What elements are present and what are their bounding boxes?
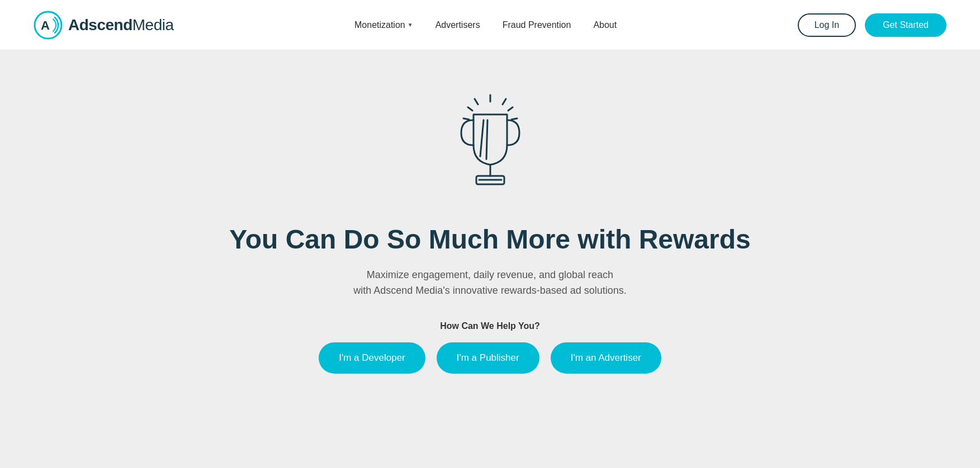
btn-developer[interactable]: I'm a Developer [319, 342, 425, 374]
svg-line-7 [512, 118, 517, 120]
trophy-icon [434, 84, 546, 207]
nav-item-about[interactable]: About [593, 20, 617, 30]
hero-section: You Can Do So Much More with Rewards Max… [0, 50, 980, 468]
hero-subtitle: Maximize engagement, daily revenue, and … [353, 267, 627, 299]
main-nav: Monetization ▼ Advertisers Fraud Prevent… [354, 20, 617, 30]
hero-buttons: I'm a Developer I'm a Publisher I'm an A… [319, 342, 661, 374]
nav-actions: Log In Get Started [798, 13, 946, 37]
login-button[interactable]: Log In [798, 13, 856, 37]
nav-item-monetization[interactable]: Monetization ▼ [354, 20, 413, 30]
logo-icon: A [34, 11, 63, 40]
nav-item-fraud-prevention[interactable]: Fraud Prevention [503, 20, 571, 30]
svg-line-9 [480, 120, 484, 156]
btn-advertiser[interactable]: I'm an Advertiser [551, 342, 661, 374]
svg-text:A: A [41, 18, 50, 32]
chevron-down-icon: ▼ [408, 22, 413, 28]
site-header: A AdscendMedia Monetization ▼ Advertiser… [0, 0, 980, 50]
get-started-button[interactable]: Get Started [865, 13, 946, 37]
hero-title: You Can Do So Much More with Rewards [229, 223, 751, 256]
svg-line-4 [475, 99, 478, 104]
svg-line-3 [503, 99, 506, 104]
hero-cta-label: How Can We Help You? [440, 321, 540, 331]
svg-line-10 [486, 120, 487, 159]
svg-line-5 [508, 107, 513, 111]
btn-publisher[interactable]: I'm a Publisher [437, 342, 539, 374]
logo-text: AdscendMedia [68, 16, 174, 34]
svg-line-6 [468, 107, 472, 111]
logo[interactable]: A AdscendMedia [34, 11, 174, 40]
nav-item-advertisers[interactable]: Advertisers [435, 20, 480, 30]
svg-line-8 [463, 118, 469, 120]
